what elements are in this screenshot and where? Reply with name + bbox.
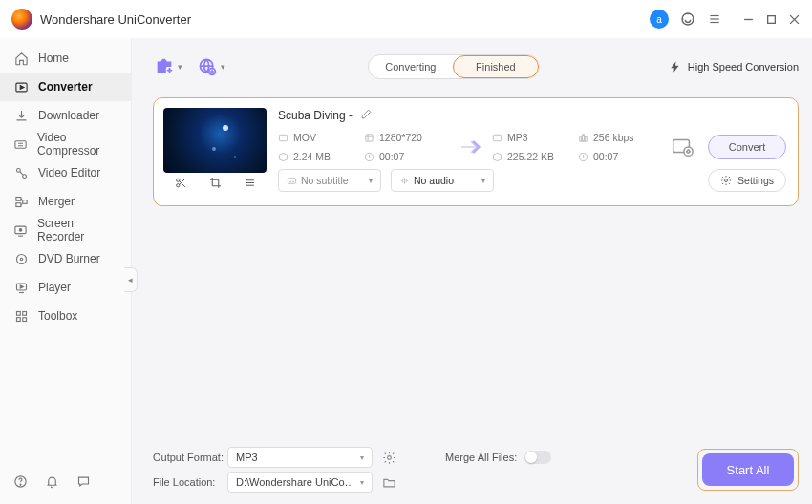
audio-dropdown[interactable]: No audio ▾ [391,169,494,192]
sidebar-item-toolbox[interactable]: Toolbox [0,302,131,330]
footer: Output Format: MP3 ▾ Merge All Files: St… [153,445,799,494]
svg-rect-10 [15,140,26,148]
svg-point-27 [20,484,21,485]
gear-icon [720,175,732,186]
sidebar-item-burner[interactable]: DVD Burner [0,244,131,273]
help-icon[interactable] [13,474,28,493]
output-format-settings-icon[interactable] [380,449,397,466]
subtitle-icon [287,176,297,186]
video-thumbnail[interactable] [163,108,267,173]
trim-icon[interactable] [175,176,187,193]
svg-rect-36 [279,135,287,140]
svg-rect-14 [15,202,20,206]
sidebar-item-converter[interactable]: Converter [0,73,131,101]
target-format-button[interactable] [670,135,694,159]
sidebar-item-compressor[interactable]: Video Compressor [0,130,131,158]
svg-point-0 [682,13,694,25]
start-all-button[interactable]: Start All [702,453,794,486]
sidebar-item-editor[interactable]: Video Editor [0,158,131,187]
output-format-dropdown[interactable]: MP3 ▾ [227,447,373,468]
app-logo [11,9,32,30]
src-format: MOV [293,132,316,143]
edit-filename-icon[interactable] [360,108,373,123]
sidebar-item-merger[interactable]: Merger [0,187,131,216]
subtitle-value: No subtitle [301,175,349,186]
src-resolution: 1280*720 [379,132,422,143]
src-duration: 00:07 [379,151,404,162]
close-button[interactable] [787,12,801,26]
svg-rect-39 [493,135,501,140]
merge-toggle[interactable] [524,451,551,464]
start-all-highlight: Start All [697,449,799,491]
sidebar-item-home[interactable]: Home [0,44,131,73]
high-speed-label: High Speed Conversion [688,61,799,73]
add-url-button[interactable] [196,55,219,78]
file-location-dropdown[interactable]: D:\Wondershare UniConverter ▾ [227,472,373,493]
tab-finished[interactable]: Finished [453,55,539,78]
file-name: Scuba Diving - [278,109,353,122]
source-meta: MOV 1280*720 2.24 MB 00:07 [278,129,450,165]
svg-rect-5 [767,15,775,23]
add-file-dropdown-caret[interactable]: ▾ [178,62,182,72]
settings-button[interactable]: Settings [708,169,786,192]
effects-icon[interactable] [244,176,256,193]
sidebar-footer [13,474,91,493]
sidebar-label: Video Editor [38,166,100,179]
sidebar-label: DVD Burner [38,252,100,265]
sidebar-label: Screen Recorder [37,217,118,243]
chevron-down-icon: ▾ [360,478,364,487]
minimize-button[interactable] [741,12,755,26]
file-title-row: Scuba Diving - [278,108,786,123]
src-size: 2.24 MB [293,151,331,162]
open-folder-icon[interactable] [380,473,397,491]
svg-rect-23 [22,311,26,315]
sidebar-label: Downloader [38,109,99,122]
support-icon[interactable] [680,11,695,27]
maximize-button[interactable] [764,12,778,26]
sidebar: Home Converter Downloader Video Compress… [0,38,132,504]
tab-converting[interactable]: Converting [369,55,453,78]
file-card: Scuba Diving - MOV 1280*720 2.24 MB 00:0… [153,97,799,206]
convert-button-label: Convert [729,141,766,153]
window-controls [741,12,801,26]
sidebar-label: Converter [38,80,93,94]
toolbox-icon [13,308,29,324]
bell-icon[interactable] [45,474,59,493]
feedback-icon[interactable] [76,474,91,493]
svg-marker-21 [20,285,23,288]
crop-icon[interactable] [209,176,222,193]
sidebar-item-recorder[interactable]: Screen Recorder [0,216,131,244]
svg-point-12 [22,174,26,178]
sidebar-item-player[interactable]: Player [0,273,131,302]
toolbar: ▾ ▾ Converting Finished High Speed Conve… [153,48,799,86]
svg-rect-41 [583,134,585,140]
burner-icon [13,251,29,266]
file-location-label: File Location: [153,476,220,488]
compressor-icon [13,136,28,152]
subtitle-dropdown[interactable]: No subtitle ▾ [278,169,381,192]
add-url-dropdown-caret[interactable]: ▾ [221,62,225,72]
add-file-button[interactable] [153,55,176,78]
sidebar-label: Toolbox [38,309,77,323]
home-icon [13,51,29,66]
svg-marker-9 [20,85,24,89]
dst-bitrate: 256 kbps [593,132,634,143]
svg-rect-24 [16,317,20,321]
start-all-label: Start All [727,463,770,477]
sidebar-item-downloader[interactable]: Downloader [0,101,131,130]
svg-rect-37 [366,134,373,140]
chevron-down-icon: ▾ [360,453,364,462]
merge-label: Merge All Files: [445,452,517,463]
user-avatar[interactable]: a [650,10,669,29]
player-icon [13,280,29,295]
titlebar-right: a [650,10,801,29]
user-initial: a [656,14,662,25]
svg-point-49 [387,455,391,459]
svg-point-19 [20,258,23,261]
tab-segmented: Converting Finished [368,54,540,79]
hamburger-menu-icon[interactable] [707,11,722,27]
dest-meta: MP3 256 kbps 225.22 KB 00:07 [492,129,664,165]
convert-button[interactable]: Convert [708,135,786,159]
high-speed-toggle[interactable]: High Speed Conversion [669,60,799,74]
tab-finished-label: Finished [476,61,516,73]
